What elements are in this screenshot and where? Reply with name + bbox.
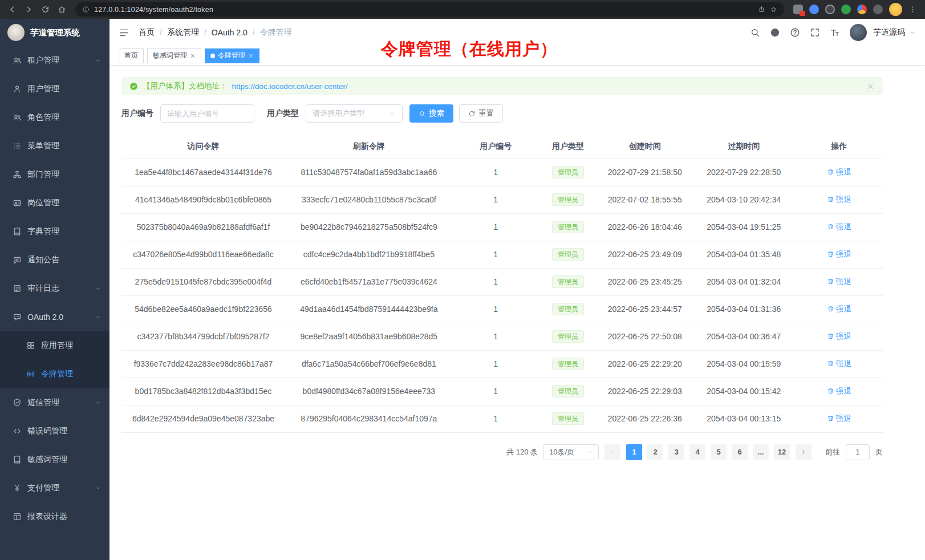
access-token-cell: c347026e805e4d99b0d116eae66eda8c (121, 241, 285, 268)
page-button-2[interactable]: 2 (647, 444, 663, 460)
table-row: 275e5de9151045fe87cbdc395e004f4de6cfd40e… (121, 268, 883, 295)
page-ellipsis[interactable]: ... (753, 444, 769, 460)
force-logout-label: 强退 (836, 194, 851, 205)
force-logout-label: 强退 (836, 277, 851, 287)
expires-at-cell: 2054-03-04 01:31:36 (692, 295, 795, 323)
total-count: 共 120 条 (506, 447, 538, 457)
sidebar-item-error-code[interactable]: 错误码管理 (0, 417, 109, 445)
force-logout-button[interactable]: 强退 (827, 304, 851, 314)
extension-icon[interactable] (825, 5, 835, 14)
sidebar-item-sms[interactable]: 短信管理 (0, 388, 109, 417)
force-logout-button[interactable]: 强退 (827, 194, 851, 205)
extension-icon[interactable] (857, 5, 867, 14)
reset-button[interactable]: 重置 (459, 104, 503, 123)
sidebar-item-report-designer[interactable]: 报表设计器 (0, 502, 109, 531)
sidebar-item-role[interactable]: 角色管理 (0, 103, 109, 132)
forward-icon[interactable] (21, 2, 36, 17)
user-type-tag: 管理员 (552, 193, 584, 206)
breadcrumb-item[interactable]: OAuth 2.0 (212, 28, 248, 37)
table-row: c342377bf8b344799dcbf7bf095287f29ce8ef2a… (121, 323, 883, 350)
app-logo[interactable]: 芋道管理系统 (0, 19, 109, 46)
sidebar-item-token-manage[interactable]: 令牌管理 (0, 360, 109, 388)
created-at-cell: 2022-06-25 23:44:57 (597, 295, 692, 323)
sidebar-item-sensitive-word[interactable]: 敏感词管理 (0, 445, 109, 474)
tab-token-manage[interactable]: 令牌管理 (205, 48, 259, 63)
trash-icon (827, 168, 834, 176)
github-icon[interactable] (770, 27, 780, 38)
sidebar-item-post[interactable]: 岗位管理 (0, 189, 109, 217)
force-logout-button[interactable]: 强退 (827, 359, 851, 369)
page-button-6[interactable]: 6 (732, 444, 748, 460)
browser-profile-avatar[interactable] (889, 3, 902, 16)
kebab-menu-icon[interactable] (908, 5, 917, 14)
user-avatar[interactable] (850, 24, 867, 41)
sidebar-item-oauth2[interactable]: OAuth 2.0 (0, 303, 109, 331)
extension-icon[interactable] (793, 5, 803, 14)
user-name[interactable]: 芋道源码 (873, 27, 905, 38)
table-row: b0d1785bc3a8482f812db4a3f3bd15ecb0df4980… (121, 378, 883, 405)
reload-icon[interactable] (38, 2, 53, 17)
sidebar-item-audit-log[interactable]: 审计日志 (0, 274, 109, 303)
alert-link[interactable]: https://doc.iocoder.cn/user-center/ (232, 82, 348, 91)
alert-close-icon[interactable] (866, 82, 875, 91)
force-logout-button[interactable]: 强退 (827, 386, 851, 396)
search-button[interactable]: 搜索 (409, 104, 453, 123)
filter-bar: 用户编号 用户类型 请选择用户类型 搜索 重置 (121, 104, 883, 123)
created-at-cell: 2022-06-25 22:29:03 (597, 378, 692, 405)
star-icon[interactable] (770, 6, 777, 13)
refresh-token-cell: 8796295f04064c2983414cc54af1097a (285, 405, 453, 432)
breadcrumb-item[interactable]: 系统管理 (167, 27, 199, 38)
sidebar-item-dict[interactable]: 字典管理 (0, 217, 109, 246)
hamburger-icon[interactable] (119, 27, 129, 38)
sidebar-item-tenant[interactable]: 租户管理 (0, 46, 109, 75)
page-size-select[interactable]: 10条/页 (543, 444, 599, 460)
tab-home[interactable]: 首页 (119, 48, 144, 63)
prev-page-button[interactable] (605, 444, 620, 460)
sidebar-item-label: 菜单管理 (27, 141, 59, 151)
sidebar-item-dept[interactable]: 部门管理 (0, 160, 109, 189)
user-type-select[interactable]: 请选择用户类型 (306, 104, 403, 123)
force-logout-button[interactable]: 强退 (827, 249, 851, 259)
tab-sensitive-word[interactable]: 敏感词管理 (147, 48, 201, 63)
help-icon[interactable] (790, 27, 800, 38)
column-header: 创建时间 (597, 135, 692, 159)
force-logout-button[interactable]: 强退 (827, 167, 851, 177)
back-icon[interactable] (5, 2, 20, 17)
page-button-4[interactable]: 4 (689, 444, 705, 460)
chevron-down-icon[interactable] (909, 29, 916, 36)
sidebar-item-pay[interactable]: 支付管理 (0, 474, 109, 502)
extension-icon[interactable] (841, 5, 851, 14)
action-cell: 强退 (795, 323, 883, 350)
sidebar-item-notice[interactable]: 通知公告 (0, 246, 109, 274)
sidebar-item-user[interactable]: 用户管理 (0, 75, 109, 103)
search-icon[interactable] (750, 27, 760, 38)
sidebar-item-label: 岗位管理 (27, 198, 59, 208)
goto-page-input[interactable] (846, 444, 870, 460)
force-logout-button[interactable]: 强退 (827, 277, 851, 287)
page-button-12[interactable]: 12 (774, 444, 790, 460)
info-icon[interactable] (82, 6, 90, 13)
sidebar-item-app-manage[interactable]: 应用管理 (0, 331, 109, 360)
force-logout-button[interactable]: 强退 (827, 413, 851, 424)
page-button-5[interactable]: 5 (711, 444, 727, 460)
sidebar-item-label: 通知公告 (27, 255, 59, 265)
extension-icon[interactable] (809, 5, 819, 14)
share-icon[interactable] (758, 6, 765, 13)
user-id-cell: 1 (453, 350, 539, 378)
font-size-icon[interactable] (830, 27, 840, 38)
breadcrumb-item[interactable]: 首页 (139, 27, 155, 38)
info-alert: 【用户体系】文档地址： https://doc.iocoder.cn/user-… (121, 77, 883, 95)
force-logout-button[interactable]: 强退 (827, 222, 851, 232)
fullscreen-icon[interactable] (810, 27, 820, 38)
page-button-1[interactable]: 1 (626, 444, 642, 460)
address-bar[interactable]: 127.0.0.1:1024/system/oauth2/token (75, 2, 784, 17)
next-page-button[interactable] (796, 444, 812, 460)
page-button-3[interactable]: 3 (668, 444, 684, 460)
extension-icon[interactable] (873, 5, 883, 14)
force-logout-button[interactable]: 强退 (827, 331, 851, 342)
user-id-input[interactable] (160, 104, 254, 123)
home-icon[interactable] (54, 2, 70, 17)
access-token-cell: 54d6be82ee5a460a9aedc1f9bf223656 (121, 295, 285, 323)
sidebar-item-menu[interactable]: 菜单管理 (0, 132, 109, 160)
created-at-cell: 2022-06-25 22:26:36 (597, 405, 692, 432)
